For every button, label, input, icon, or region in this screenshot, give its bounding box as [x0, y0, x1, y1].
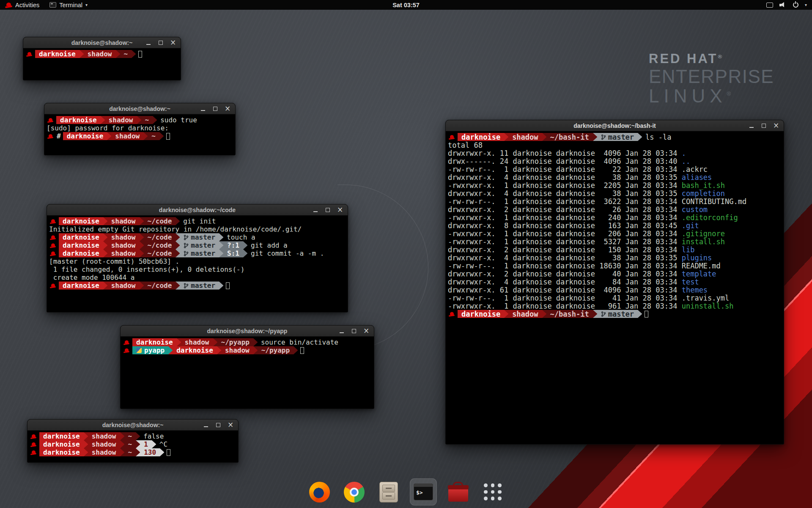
app-menu-terminal[interactable]: Terminal ▾ [44, 0, 93, 10]
powerline-separator-icon [107, 132, 111, 140]
powerline-separator-icon [140, 249, 144, 257]
minimize-button[interactable] [145, 39, 152, 47]
window-title: darknoise@shadow:~/bash-it [446, 122, 784, 129]
minimize-button[interactable] [338, 327, 345, 335]
terminal-content[interactable]: darknoiseshadow~/pyappsource bin/activat… [121, 337, 374, 409]
prompt-segment-host: shadow [107, 217, 140, 225]
minimize-button[interactable] [312, 206, 319, 214]
terminal-icon [49, 2, 56, 8]
file-name: test [682, 278, 699, 286]
window-titlebar[interactable]: darknoise@shadow:~/code× [47, 204, 348, 215]
segment-text: shadow [92, 448, 116, 456]
window-titlebar[interactable]: darknoise@shadow:~× [44, 103, 235, 114]
appgrid-dot [498, 497, 502, 500]
powerline-separator-icon [177, 338, 181, 346]
prompt-segment-user: darknoise [59, 249, 103, 257]
close-icon: × [337, 206, 343, 213]
output-text: -rwxrwxr-x. 1 darknoise darknoise 961 Ja… [448, 302, 682, 310]
close-button[interactable]: × [227, 421, 234, 429]
window-titlebar[interactable]: darknoise@shadow:~× [23, 37, 181, 48]
terminal-content[interactable]: darknoiseshadow~/codegit initInitialized… [47, 215, 348, 312]
python-icon [136, 348, 142, 353]
prompt-segment-path: ~/code [144, 241, 176, 249]
prompt-line: darknoiseshadow~/codemasterS:1git commit… [49, 249, 346, 257]
window-titlebar[interactable]: darknoise@shadow:~/bash-it× [446, 120, 784, 131]
maximize-icon [213, 107, 217, 111]
dock-item-chrome[interactable] [340, 478, 368, 505]
terminal-window: darknoise@shadow:~/code×darknoiseshadow~… [47, 204, 348, 312]
prompt-segment-git: master [180, 241, 219, 249]
dock-item-terminal[interactable] [410, 478, 437, 505]
prompt-segment-path: ~ [124, 440, 136, 448]
maximize-button[interactable] [324, 206, 331, 214]
appgrid-dot [491, 497, 495, 500]
terminal-content[interactable]: darknoiseshadow~ [23, 48, 181, 80]
prompt-line: darknoiseshadow~/pyappsource bin/activat… [123, 338, 372, 346]
window-title: darknoise@shadow:~/code [47, 207, 348, 213]
output-text: drwxrwxr-x. 4 darknoise darknoise 38 Jan… [448, 189, 682, 198]
output-line: drwxrwxr-x. 2 darknoise darknoise 26 Jan… [448, 205, 782, 213]
segment-text: shadow [92, 440, 116, 448]
files-icon [379, 482, 398, 502]
system-status-area[interactable]: ▾ [766, 0, 812, 10]
file-name: lib [682, 246, 695, 254]
prompt-line: darknoiseshadow~1^C [30, 440, 236, 448]
output-text: drwxrwxr-x. 2 darknoise darknoise 150 Ja… [448, 246, 682, 254]
redhat-icon [50, 243, 56, 248]
prompt-line: darknoiseshadow~/codemaster [49, 282, 346, 290]
minimize-button[interactable] [200, 105, 206, 113]
registered-mark: ® [718, 53, 724, 60]
window-titlebar[interactable]: darknoise@shadow:~/pyapp× [121, 326, 374, 337]
prompt-segment-host: shadow [221, 346, 253, 354]
powerline-separator-icon [103, 241, 107, 249]
terminal-content[interactable]: darknoiseshadow~falsedarknoiseshadow~1^C… [27, 431, 238, 462]
maximize-button[interactable] [760, 122, 767, 130]
maximize-button[interactable] [212, 105, 219, 113]
minimize-icon [146, 44, 151, 45]
powerline-separator-icon [176, 241, 180, 249]
git-branch-icon [601, 311, 606, 317]
powerline-separator-icon [120, 448, 124, 456]
powerline-separator-icon [120, 432, 124, 440]
close-button[interactable]: × [337, 206, 343, 214]
powerline-separator-icon [80, 50, 84, 58]
close-button[interactable]: × [170, 39, 176, 47]
powerline-separator-icon [176, 282, 180, 290]
terminal-content[interactable]: darknoiseshadow~sudo true[sudo] password… [44, 114, 235, 155]
segment-text: darknoise [136, 338, 173, 346]
file-name: custom [682, 205, 708, 214]
output-text: Initialized empty Git repository in /hom… [49, 225, 302, 233]
segment-text: ~/code [148, 233, 172, 241]
activities-button[interactable]: Activities [0, 0, 44, 10]
dock-item-toolbox[interactable] [444, 478, 472, 505]
prompt-segment-user: darknoise [59, 233, 103, 241]
file-name: install.sh [682, 237, 725, 246]
prompt-segment-path: ~/code [144, 249, 176, 257]
close-button[interactable]: × [773, 122, 779, 130]
toolbox-icon [448, 489, 468, 502]
output-text: -rwxrwxr-x. 1 darknoise darknoise 240 Ja… [448, 213, 682, 222]
window-titlebar[interactable]: darknoise@shadow:~× [27, 420, 238, 431]
maximize-button[interactable] [215, 421, 222, 429]
appgrid-dot [491, 483, 495, 487]
close-button[interactable]: × [363, 327, 370, 335]
output-line: -rwxrwxr-x. 1 darknoise darknoise 240 Ja… [448, 213, 782, 221]
window-buttons: × [312, 206, 348, 214]
minimize-icon [340, 332, 344, 333]
minimize-button[interactable] [748, 122, 755, 130]
terminal-content[interactable]: darknoiseshadow~/bash-itmasterls -latota… [446, 131, 784, 444]
minimize-button[interactable] [203, 421, 209, 429]
output-line: drwxrwxr-x. 4 darknoise darknoise 84 Jan… [448, 278, 782, 286]
output-text: [sudo] password for darknoise: [47, 124, 169, 132]
dock-item-appgrid[interactable] [479, 478, 506, 505]
appgrid-dot [484, 497, 488, 500]
wordmark-linux-text: LINUX [649, 86, 727, 106]
segment-text: 1 [144, 440, 148, 448]
prompt-segment-user: darknoise [132, 338, 177, 346]
maximize-button[interactable] [351, 327, 357, 335]
dock-item-firefox[interactable] [306, 478, 333, 505]
dock-item-files[interactable] [375, 478, 402, 505]
close-button[interactable]: × [224, 105, 231, 113]
clock[interactable]: Sat 03:57 [392, 2, 420, 8]
maximize-button[interactable] [157, 39, 164, 47]
